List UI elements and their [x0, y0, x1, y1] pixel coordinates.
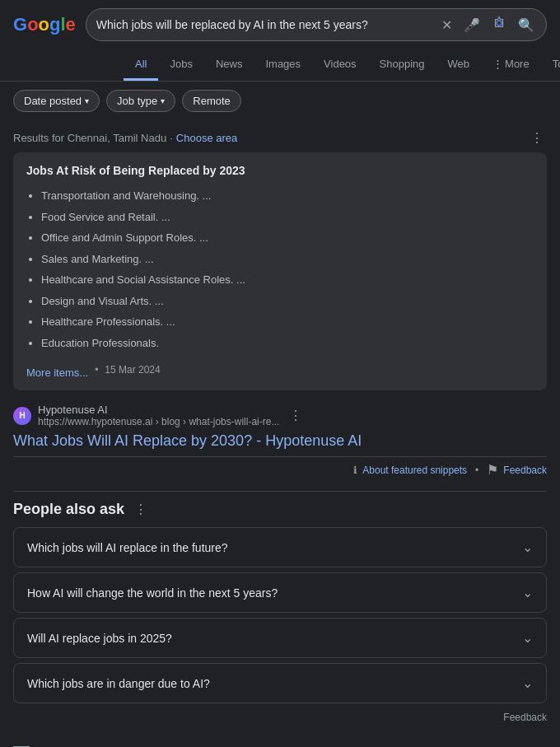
tab-web[interactable]: Web — [436, 49, 482, 81]
flag-icon: ⚑ — [487, 462, 498, 478]
tab-videos[interactable]: Videos — [312, 49, 368, 81]
microphone-icon: 🎤 — [464, 17, 480, 33]
snippet-footer: ℹ About featured snippets • ⚑ Feedback — [13, 456, 547, 483]
featured-snippet: Jobs At Risk of Being Replaced by 2023 T… — [13, 152, 547, 390]
search-icon: 🔍 — [518, 17, 534, 33]
paa-item-1[interactable]: Which jobs will AI replace in the future… — [13, 527, 547, 567]
paa-question-3: Will AI replace jobs in 2025? ⌄ — [14, 619, 546, 657]
tab-images[interactable]: Images — [254, 49, 312, 81]
voice-search-button[interactable]: 🎤 — [462, 16, 482, 35]
remote-filter[interactable]: Remote — [182, 90, 241, 112]
feedback-link[interactable]: Feedback — [503, 465, 547, 476]
filter-row: Date posted ▾ Job type ▾ Remote — [0, 82, 560, 120]
tools-button[interactable]: Tools — [541, 49, 560, 81]
paa-question-2: How AI will change the world in the next… — [14, 573, 546, 612]
more-items-link[interactable]: More items... — [26, 366, 88, 379]
nav-tabs: All Jobs News Images Videos Shopping Web… — [0, 49, 560, 82]
source-result: H Hypotenuse AI https://www.hypotenuse.a… — [13, 404, 547, 483]
lens-button[interactable] — [490, 14, 508, 35]
results-options-button[interactable]: ⋮ — [527, 128, 547, 147]
paa-question-4: Which jobs are in danger due to AI? ⌄ — [14, 664, 546, 703]
search-input[interactable] — [96, 18, 433, 31]
svg-point-0 — [497, 21, 502, 26]
choose-area-link[interactable]: Choose area — [176, 132, 237, 144]
snippet-title: Jobs At Risk of Being Replaced by 2023 — [26, 164, 534, 177]
search-bar[interactable]: ✕ 🎤 🔍 — [86, 8, 547, 41]
list-item: Transportation and Warehousing. ... — [41, 185, 534, 207]
source-name: Hypotenuse AI — [38, 404, 279, 416]
list-item: Food Service and Retail. ... — [41, 207, 534, 228]
tab-more[interactable]: ⋮ More — [481, 49, 541, 81]
clear-search-button[interactable]: ✕ — [440, 16, 454, 35]
tab-jobs[interactable]: Jobs — [158, 49, 203, 81]
chevron-down-icon: ⌄ — [522, 675, 533, 691]
list-item: Design and Visual Arts. ... — [41, 291, 534, 312]
list-item: Sales and Marketing. ... — [41, 249, 534, 270]
source-header: H Hypotenuse AI https://www.hypotenuse.a… — [13, 404, 547, 427]
paa-feedback[interactable]: Feedback — [13, 708, 547, 731]
paa-title: People also ask — [13, 501, 124, 518]
snippet-date: 15 Mar 2024 — [105, 364, 160, 376]
chevron-down-icon: ▾ — [161, 96, 165, 105]
list-item: Healthcare and Social Assistance Roles. … — [41, 269, 534, 291]
paa-item-2[interactable]: How AI will change the world in the next… — [13, 572, 547, 613]
search-button[interactable]: 🔍 — [516, 16, 536, 35]
google-logo: Google — [13, 14, 76, 35]
chevron-down-icon: ⌄ — [522, 585, 533, 600]
tab-shopping[interactable]: Shopping — [368, 49, 436, 81]
paa-header: People also ask ⋮ — [13, 500, 547, 519]
list-item: Education Professionals. — [41, 333, 534, 354]
job-type-filter[interactable]: Job type ▾ — [106, 90, 175, 112]
results-info: Results for Chennai, Tamil Nadu · Choose… — [13, 120, 547, 152]
date-posted-filter[interactable]: Date posted ▾ — [13, 90, 100, 112]
divider — [13, 491, 547, 492]
list-item: Healthcare Professionals. ... — [41, 311, 534, 333]
source-url: https://www.hypotenuse.ai › blog › what-… — [38, 416, 279, 427]
camera-icon — [492, 16, 506, 34]
tab-news[interactable]: News — [204, 49, 254, 81]
location-info: Results for Chennai, Tamil Nadu · Choose… — [13, 132, 237, 144]
people-also-ask-section: People also ask ⋮ Which jobs will AI rep… — [13, 500, 547, 731]
chevron-down-icon: ▾ — [85, 96, 89, 105]
snippet-list: Transportation and Warehousing. ... Food… — [26, 185, 534, 353]
close-icon: ✕ — [441, 17, 452, 33]
paa-item-3[interactable]: Will AI replace jobs in 2025? ⌄ — [13, 618, 547, 658]
paa-question-1: Which jobs will AI replace in the future… — [14, 528, 546, 567]
tab-all[interactable]: All — [124, 49, 158, 81]
list-item: Office and Admin Support Roles. ... — [41, 227, 534, 249]
result-title[interactable]: What Jobs Will AI Replace by 2030? - Hyp… — [13, 431, 547, 451]
question-icon: ℹ — [353, 465, 357, 476]
source-favicon: H — [13, 407, 31, 425]
chevron-down-icon: ⌄ — [522, 539, 533, 555]
chevron-down-icon: ⌄ — [522, 630, 533, 646]
main-content: Results for Chennai, Tamil Nadu · Choose… — [0, 120, 560, 747]
header: Google ✕ 🎤 🔍 — [0, 0, 560, 49]
paa-options-button[interactable]: ⋮ — [131, 500, 151, 519]
about-featured-snippets-link[interactable]: About featured snippets — [362, 465, 467, 476]
source-options-button[interactable]: ⋮ — [286, 406, 306, 425]
paa-item-4[interactable]: Which jobs are in danger due to AI? ⌄ — [13, 663, 547, 703]
